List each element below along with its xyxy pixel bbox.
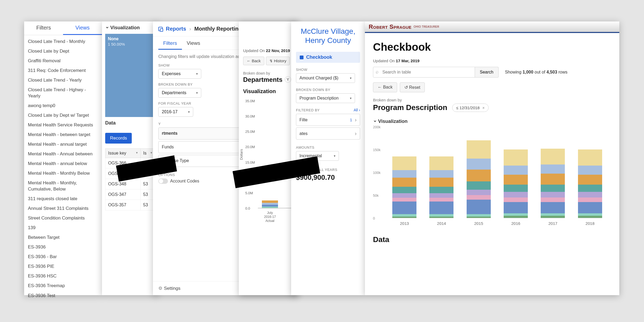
search-button[interactable]: Search: [475, 67, 499, 78]
view-item[interactable]: 139: [24, 223, 102, 233]
chevron-down-icon: ▾: [196, 72, 198, 76]
table-row[interactable]: OGS-35753: [105, 200, 155, 210]
view-item[interactable]: 311 requests closed late: [24, 194, 102, 204]
table-row[interactable]: OGS-34853: [105, 179, 155, 189]
toggle-icon[interactable]: [158, 178, 168, 184]
chevron-down-icon: ▾: [350, 76, 352, 80]
view-item[interactable]: Mental Health - annual target: [24, 140, 102, 149]
visualization-header[interactable]: Visualization: [105, 25, 155, 31]
chart-segment: [541, 174, 565, 185]
view-item[interactable]: Mental Health Service Requests: [24, 120, 102, 130]
chart-segment: [392, 217, 416, 218]
x-category: 2013: [400, 221, 409, 226]
filter-pill[interactable]: ≤ 12/31/2018 ×: [452, 104, 489, 112]
filtered-by-row[interactable]: ates: [296, 127, 360, 140]
mcclure-sidebar: McClure Village, Henry County Checkbook …: [291, 21, 365, 295]
table-row[interactable]: OGS-34753: [105, 189, 155, 200]
back-button[interactable]: ← Back: [373, 82, 397, 92]
checkbook-chip[interactable]: Checkbook: [296, 52, 360, 63]
chart-segment: [467, 195, 491, 200]
column-header[interactable]: Issue key ▾: [105, 149, 141, 158]
view-item[interactable]: ES-3936: [24, 242, 102, 252]
view-item[interactable]: Closed Late Trend - Hghwy - Yearly: [24, 85, 102, 101]
breakdown-toggle[interactable]: Y: [285, 76, 291, 83]
view-item[interactable]: Graffiti Removal: [24, 56, 102, 66]
label-broken-down-by: BROKEN DOWN BY: [296, 88, 360, 92]
broken-down-by-dropdown[interactable]: Program Description▾: [296, 93, 355, 103]
broken-down-by-label: Broken down by: [243, 71, 294, 75]
chart-segment: [541, 202, 565, 214]
chart-bar: [504, 149, 528, 218]
view-item[interactable]: Street Condition Complaints: [24, 213, 102, 223]
back-button[interactable]: ← Back: [243, 57, 264, 65]
chart-segment: [467, 190, 491, 195]
view-item[interactable]: ES-3936 PIE: [24, 262, 102, 271]
view-item[interactable]: Mental Health - Monthly Below: [24, 169, 102, 178]
y-tick: 150k: [373, 148, 380, 152]
chart-segment: [467, 170, 491, 181]
view-item[interactable]: awong temp0: [24, 101, 102, 111]
label-show: SHOW: [296, 68, 360, 72]
all-link[interactable]: All ›: [354, 108, 360, 112]
chart-segment: [541, 213, 565, 216]
tab-filters[interactable]: Filters: [158, 36, 182, 50]
view-item[interactable]: Closed Late Trend - Yearly: [24, 75, 102, 85]
tab-views[interactable]: Views: [63, 21, 102, 35]
chart-segment: [541, 164, 565, 174]
view-item[interactable]: Closed Late by Dept: [24, 46, 102, 56]
chart-segment: [467, 200, 491, 214]
view-item[interactable]: ES-3936 Treemap: [24, 281, 102, 291]
view-item[interactable]: Mental Health - annual below: [24, 159, 102, 169]
search-input[interactable]: [373, 67, 475, 78]
label-filtered-by: Y: [158, 122, 161, 126]
broken-down-by-value: Program Description: [373, 103, 447, 112]
view-item[interactable]: 311 Req: Code Enforcement: [24, 66, 102, 75]
filtered-by-row[interactable]: Filte1: [296, 114, 360, 126]
chevron-right-icon: [355, 117, 357, 123]
x-category: 2018: [586, 221, 594, 226]
view-item[interactable]: ES-3936 Test: [24, 291, 102, 301]
chart-segment: [392, 170, 416, 178]
y-tick: 20.0M: [245, 145, 255, 149]
broken-down-by-value: Departments: [243, 76, 283, 83]
chart-segment: [429, 198, 453, 202]
chart-segment: [504, 149, 528, 166]
breadcrumb-reports[interactable]: Reports: [166, 26, 186, 32]
broken-down-by-dropdown[interactable]: Departments▾: [158, 88, 201, 98]
view-item[interactable]: Mental Health - Monthly, Cumulative, Bel…: [24, 178, 102, 194]
records-button[interactable]: Records: [105, 133, 132, 144]
y-tick: 30.0M: [245, 114, 255, 118]
chart-segment: [392, 198, 416, 202]
y-tick: 5.0M: [245, 191, 253, 195]
views-list: Closed Late Trend - MonthlyClosed Late b…: [24, 35, 102, 302]
chart-segment: [429, 214, 453, 217]
visualization-header[interactable]: Visualization: [373, 118, 611, 124]
view-item[interactable]: ES-3936 - Bar: [24, 252, 102, 262]
chart-segment: [504, 175, 528, 185]
show-dropdown[interactable]: Expenses▾: [158, 69, 201, 79]
view-item[interactable]: Annual Street 311 Complaints: [24, 204, 102, 213]
tab-views[interactable]: Views: [182, 36, 205, 50]
show-dropdown[interactable]: Amount Charged ($)▾: [296, 73, 355, 83]
chart-segment: [392, 178, 416, 187]
chart-segment: [578, 197, 602, 202]
view-item[interactable]: Mental Health - between target: [24, 130, 102, 140]
view-item[interactable]: ES-3936 HSC: [24, 271, 102, 281]
x-category: 2014: [437, 221, 446, 226]
chart-segment: [504, 192, 528, 197]
tab-filters[interactable]: Filters: [24, 21, 63, 35]
chart-segment: [541, 192, 565, 197]
chart-segment: [504, 166, 528, 175]
reset-button[interactable]: ↺ Reset: [400, 82, 425, 92]
view-item[interactable]: Closed Late by Dept w/ Target: [24, 111, 102, 120]
close-icon[interactable]: ×: [482, 105, 485, 110]
fiscal-year-dropdown[interactable]: 2016-17▾: [158, 107, 193, 117]
chart-segment: [541, 197, 565, 202]
chart-segment: [429, 178, 453, 187]
view-item[interactable]: Closed Late Trend - Monthly: [24, 37, 102, 46]
chart-segment: [429, 193, 453, 198]
view-item[interactable]: Between Target: [24, 233, 102, 242]
view-item[interactable]: Mental Health - Annual between: [24, 149, 102, 159]
history-button[interactable]: ↯ History: [266, 57, 290, 65]
chart-segment: [429, 202, 453, 214]
